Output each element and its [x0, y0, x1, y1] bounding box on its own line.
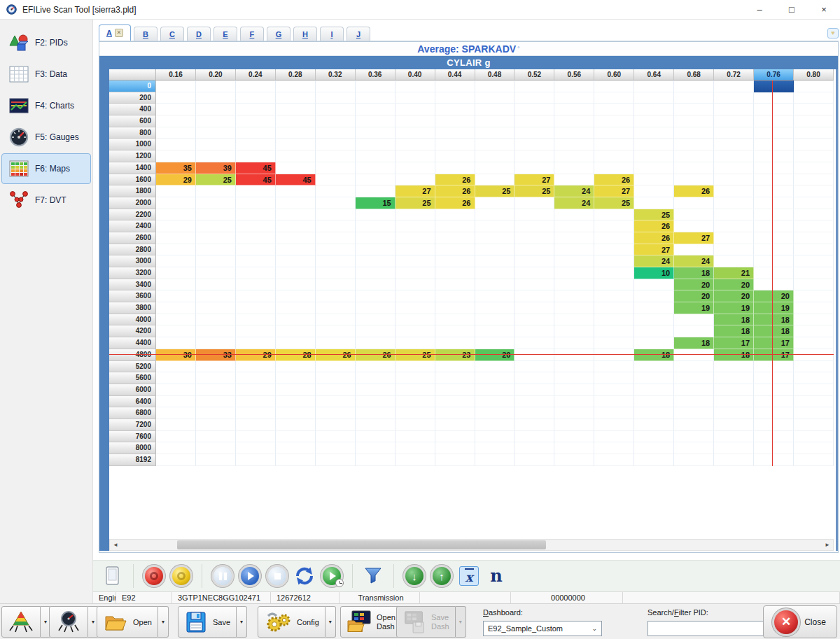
- map-cell[interactable]: [316, 104, 356, 115]
- map-cell[interactable]: [554, 290, 594, 302]
- map-cell[interactable]: [514, 361, 554, 373]
- column-header-0.52[interactable]: 0.52: [514, 69, 554, 80]
- map-cell[interactable]: [714, 104, 754, 115]
- map-cell[interactable]: [554, 279, 594, 291]
- map-cell[interactable]: [475, 384, 515, 396]
- map-cell[interactable]: [794, 349, 834, 361]
- map-cell[interactable]: [634, 174, 674, 186]
- map-cell[interactable]: [594, 139, 634, 150]
- map-cell[interactable]: [396, 255, 435, 267]
- map-cell[interactable]: [356, 396, 396, 408]
- map-cell[interactable]: [316, 197, 356, 209]
- row-header-6400[interactable]: 6400: [109, 396, 156, 408]
- map-cell[interactable]: [236, 115, 276, 127]
- map-cell[interactable]: [554, 162, 594, 174]
- map-cell[interactable]: [196, 197, 236, 209]
- map-cell[interactable]: [316, 185, 356, 197]
- tab-f[interactable]: F: [240, 27, 264, 41]
- map-cell[interactable]: [475, 372, 515, 384]
- map-cell[interactable]: [356, 372, 396, 384]
- map-cell[interactable]: [276, 139, 316, 150]
- map-cell[interactable]: 28: [276, 349, 316, 361]
- row-header-3800[interactable]: 3800: [109, 302, 156, 314]
- map-cell[interactable]: [276, 104, 316, 115]
- map-cell[interactable]: 20: [674, 279, 714, 291]
- map-cell[interactable]: [714, 209, 754, 221]
- map-cell[interactable]: [236, 185, 276, 197]
- column-header-0.20[interactable]: 0.20: [196, 69, 236, 80]
- map-cell[interactable]: 19: [674, 302, 714, 314]
- map-cell[interactable]: [794, 302, 834, 314]
- map-cell[interactable]: [356, 127, 396, 139]
- map-cell[interactable]: 39: [196, 162, 236, 174]
- map-cell[interactable]: [276, 127, 316, 139]
- map-cell[interactable]: [754, 255, 794, 267]
- map-cell[interactable]: 17: [714, 337, 754, 349]
- map-cell[interactable]: [435, 361, 475, 373]
- map-cell[interactable]: [554, 407, 594, 419]
- map-cell[interactable]: [276, 150, 316, 162]
- map-cell[interactable]: [276, 209, 316, 221]
- map-cell[interactable]: [316, 361, 356, 373]
- column-header-0.80[interactable]: 0.80: [794, 69, 834, 80]
- map-cell[interactable]: [475, 454, 515, 466]
- map-cell[interactable]: [356, 325, 396, 337]
- map-cell[interactable]: [634, 185, 674, 197]
- map-cell[interactable]: [356, 104, 396, 115]
- map-cell[interactable]: [475, 396, 515, 408]
- tab-a[interactable]: A✕: [99, 24, 131, 41]
- map-cell[interactable]: [475, 442, 515, 454]
- tab-g[interactable]: G: [267, 27, 290, 41]
- map-cell[interactable]: [435, 232, 475, 244]
- map-cell[interactable]: [754, 197, 794, 209]
- map-cell[interactable]: [276, 162, 316, 174]
- map-cell[interactable]: [794, 337, 834, 349]
- row-header-3200[interactable]: 3200: [109, 267, 156, 279]
- map-cell[interactable]: [396, 232, 435, 244]
- map-cell[interactable]: [276, 279, 316, 291]
- map-cell[interactable]: [514, 407, 554, 419]
- map-cell[interactable]: 45: [276, 174, 316, 186]
- map-cell[interactable]: [554, 361, 594, 373]
- map-cell[interactable]: [594, 407, 634, 419]
- sidebar-item-data[interactable]: F3: Data: [1, 59, 91, 90]
- map-cell[interactable]: [316, 150, 356, 162]
- heart-icon[interactable]: ♥: [827, 28, 839, 38]
- row-header-3400[interactable]: 3400: [109, 279, 156, 291]
- map-cell[interactable]: [594, 150, 634, 162]
- map-cell[interactable]: [754, 80, 794, 92]
- map-cell[interactable]: [754, 115, 794, 127]
- map-cell[interactable]: [475, 419, 515, 431]
- map-cell[interactable]: [754, 127, 794, 139]
- map-cell[interactable]: [156, 361, 196, 373]
- map-cell[interactable]: [435, 325, 475, 337]
- stop-icon[interactable]: [266, 565, 288, 587]
- column-header-0.76[interactable]: 0.76: [754, 69, 794, 80]
- map-cell[interactable]: [794, 174, 834, 186]
- map-cell[interactable]: [475, 139, 515, 150]
- map-cell[interactable]: 25: [396, 197, 435, 209]
- map-cell[interactable]: [276, 372, 316, 384]
- map-cell[interactable]: [674, 197, 714, 209]
- map-cell[interactable]: [594, 372, 634, 384]
- map-cell[interactable]: [276, 431, 316, 443]
- map-cell[interactable]: 26: [594, 174, 634, 186]
- map-cell[interactable]: 23: [435, 349, 475, 361]
- map-cell[interactable]: [714, 92, 754, 104]
- map-cell[interactable]: [714, 232, 754, 244]
- map-cell[interactable]: [754, 150, 794, 162]
- map-cell[interactable]: [196, 139, 236, 150]
- map-cell[interactable]: [594, 396, 634, 408]
- column-header-0.36[interactable]: 0.36: [356, 69, 396, 80]
- map-cell[interactable]: [156, 150, 196, 162]
- map-cell[interactable]: [674, 314, 714, 326]
- map-cell[interactable]: [514, 419, 554, 431]
- map-cell[interactable]: [196, 232, 236, 244]
- scantool-button[interactable]: ▾: [1, 606, 51, 638]
- map-cell[interactable]: [754, 431, 794, 443]
- map-cell[interactable]: [634, 337, 674, 349]
- map-cell[interactable]: [236, 279, 276, 291]
- map-cell[interactable]: [554, 302, 594, 314]
- map-cell[interactable]: [356, 92, 396, 104]
- row-header-800[interactable]: 800: [109, 127, 156, 139]
